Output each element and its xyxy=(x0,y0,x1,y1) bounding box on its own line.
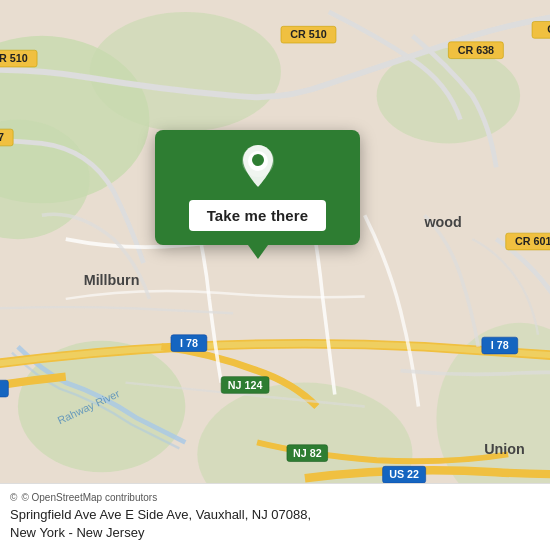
svg-text:Millburn: Millburn xyxy=(84,272,140,288)
svg-text:Union: Union xyxy=(484,441,525,457)
address-line2: New York - New Jersey xyxy=(10,525,144,540)
svg-point-40 xyxy=(252,154,264,166)
svg-text:CR 510: CR 510 xyxy=(290,28,326,40)
svg-text:US 22: US 22 xyxy=(389,468,419,480)
svg-text:wood: wood xyxy=(423,214,461,230)
svg-point-3 xyxy=(90,12,281,132)
svg-text:I 78: I 78 xyxy=(180,337,198,349)
address-line1: Springfield Ave Ave E Side Ave, Vauxhall… xyxy=(10,507,311,522)
svg-text:CR 527: CR 527 xyxy=(0,131,4,143)
svg-text:CR 638: CR 638 xyxy=(458,44,494,56)
bottom-info-bar: © © OpenStreetMap contributors Springfie… xyxy=(0,483,550,550)
svg-text:NJ 124: NJ 124 xyxy=(228,379,263,391)
take-me-there-button[interactable]: Take me there xyxy=(189,200,327,231)
svg-text:NJ 82: NJ 82 xyxy=(293,447,322,459)
popup-card: Take me there xyxy=(155,130,360,245)
copyright-text: © OpenStreetMap contributors xyxy=(21,492,157,503)
copyright-row: © © OpenStreetMap contributors xyxy=(10,492,540,503)
svg-text:CR 510: CR 510 xyxy=(0,52,28,64)
svg-text:I 78: I 78 xyxy=(491,339,509,351)
svg-text:CR 601: CR 601 xyxy=(515,235,550,247)
address-text: Springfield Ave Ave E Side Ave, Vauxhall… xyxy=(10,506,540,542)
copyright-symbol: © xyxy=(10,492,17,503)
map-container: CR 510 CR 510 CR 5 CR 527 CR 638 CR 601 … xyxy=(0,0,550,550)
svg-rect-20 xyxy=(0,380,8,397)
location-pin-icon xyxy=(240,144,276,192)
map-background: CR 510 CR 510 CR 5 CR 527 CR 638 CR 601 … xyxy=(0,0,550,550)
